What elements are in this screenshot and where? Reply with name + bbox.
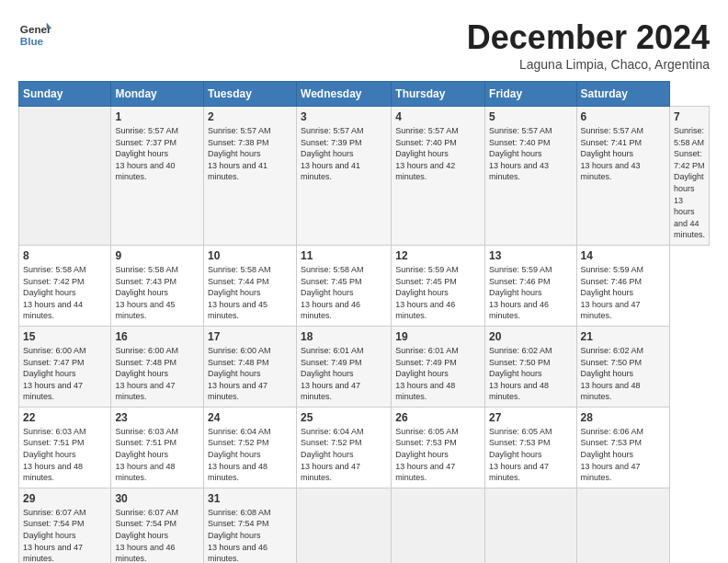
day-info: Sunrise: 6:03 AM Sunset: 7:51 PM Dayligh… xyxy=(115,426,199,484)
calendar-cell: 30 Sunrise: 6:07 AM Sunset: 7:54 PM Dayl… xyxy=(111,488,204,563)
day-number: 11 xyxy=(301,249,387,262)
calendar-cell: 20 Sunrise: 6:02 AM Sunset: 7:50 PM Dayl… xyxy=(485,326,576,407)
calendar-cell: 22 Sunrise: 6:03 AM Sunset: 7:51 PM Dayl… xyxy=(19,407,111,488)
day-info: Sunrise: 6:00 AM Sunset: 7:48 PM Dayligh… xyxy=(208,345,292,403)
day-number: 20 xyxy=(489,330,572,343)
day-number: 29 xyxy=(23,492,107,505)
day-number: 2 xyxy=(208,110,292,123)
day-number: 7 xyxy=(674,110,705,123)
day-info: Sunrise: 5:59 AM Sunset: 7:46 PM Dayligh… xyxy=(581,264,665,322)
day-number: 28 xyxy=(581,411,665,424)
day-number: 14 xyxy=(581,249,665,262)
col-thursday: Thursday xyxy=(392,82,485,107)
day-info: Sunrise: 6:00 AM Sunset: 7:47 PM Dayligh… xyxy=(23,345,107,403)
day-number: 9 xyxy=(115,249,199,262)
calendar-cell: 15 Sunrise: 6:00 AM Sunset: 7:47 PM Dayl… xyxy=(19,326,111,407)
calendar-week-1: 8 Sunrise: 5:58 AM Sunset: 7:42 PM Dayli… xyxy=(19,245,710,326)
day-info: Sunrise: 5:58 AM Sunset: 7:42 PM Dayligh… xyxy=(674,125,705,241)
col-friday: Friday xyxy=(485,82,576,107)
day-info: Sunrise: 6:04 AM Sunset: 7:52 PM Dayligh… xyxy=(208,426,292,484)
svg-text:Blue: Blue xyxy=(20,35,44,47)
day-number: 24 xyxy=(208,411,292,424)
calendar-cell: 24 Sunrise: 6:04 AM Sunset: 7:52 PM Dayl… xyxy=(204,407,297,488)
calendar-cell: 27 Sunrise: 6:05 AM Sunset: 7:53 PM Dayl… xyxy=(485,407,576,488)
calendar-cell xyxy=(19,107,111,246)
day-info: Sunrise: 6:04 AM Sunset: 7:52 PM Dayligh… xyxy=(301,426,387,484)
col-saturday: Saturday xyxy=(576,82,669,107)
calendar-cell: 14 Sunrise: 5:59 AM Sunset: 7:46 PM Dayl… xyxy=(576,245,669,326)
day-info: Sunrise: 5:57 AM Sunset: 7:40 PM Dayligh… xyxy=(489,125,572,183)
day-number: 22 xyxy=(23,411,107,424)
day-number: 17 xyxy=(208,330,292,343)
day-info: Sunrise: 6:00 AM Sunset: 7:48 PM Dayligh… xyxy=(115,345,199,403)
calendar-week-4: 29 Sunrise: 6:07 AM Sunset: 7:54 PM Dayl… xyxy=(19,488,710,563)
calendar-cell: 23 Sunrise: 6:03 AM Sunset: 7:51 PM Dayl… xyxy=(111,407,204,488)
day-number: 21 xyxy=(581,330,665,343)
col-monday: Monday xyxy=(111,82,204,107)
day-info: Sunrise: 6:07 AM Sunset: 7:54 PM Dayligh… xyxy=(23,507,107,563)
day-number: 18 xyxy=(301,330,387,343)
calendar-cell: 5 Sunrise: 5:57 AM Sunset: 7:40 PM Dayli… xyxy=(485,107,576,246)
calendar-cell: 31 Sunrise: 6:08 AM Sunset: 7:54 PM Dayl… xyxy=(204,488,297,563)
day-info: Sunrise: 6:05 AM Sunset: 7:53 PM Dayligh… xyxy=(489,426,572,484)
day-info: Sunrise: 5:59 AM Sunset: 7:46 PM Dayligh… xyxy=(489,264,572,322)
col-sunday: Sunday xyxy=(19,82,111,107)
calendar-cell: 18 Sunrise: 6:01 AM Sunset: 7:49 PM Dayl… xyxy=(297,326,392,407)
day-number: 3 xyxy=(301,110,387,123)
calendar-cell: 3 Sunrise: 5:57 AM Sunset: 7:39 PM Dayli… xyxy=(297,107,392,246)
calendar-cell: 13 Sunrise: 5:59 AM Sunset: 7:46 PM Dayl… xyxy=(485,245,576,326)
calendar-cell: 28 Sunrise: 6:06 AM Sunset: 7:53 PM Dayl… xyxy=(576,407,669,488)
calendar-cell xyxy=(297,488,392,563)
day-info: Sunrise: 6:05 AM Sunset: 7:53 PM Dayligh… xyxy=(395,426,481,484)
day-number: 27 xyxy=(489,411,572,424)
day-number: 30 xyxy=(115,492,199,505)
calendar-cell xyxy=(576,488,669,563)
calendar-cell: 29 Sunrise: 6:07 AM Sunset: 7:54 PM Dayl… xyxy=(19,488,111,563)
calendar-cell: 21 Sunrise: 6:02 AM Sunset: 7:50 PM Dayl… xyxy=(576,326,669,407)
day-info: Sunrise: 5:57 AM Sunset: 7:40 PM Dayligh… xyxy=(395,125,481,183)
day-info: Sunrise: 5:58 AM Sunset: 7:44 PM Dayligh… xyxy=(208,264,292,322)
calendar-week-3: 22 Sunrise: 6:03 AM Sunset: 7:51 PM Dayl… xyxy=(19,407,710,488)
day-number: 31 xyxy=(208,492,292,505)
col-wednesday: Wednesday xyxy=(297,82,392,107)
day-info: Sunrise: 5:58 AM Sunset: 7:42 PM Dayligh… xyxy=(23,264,107,322)
day-info: Sunrise: 6:01 AM Sunset: 7:49 PM Dayligh… xyxy=(395,345,481,403)
location-title: Laguna Limpia, Chaco, Argentina xyxy=(467,57,710,72)
col-tuesday: Tuesday xyxy=(204,82,297,107)
day-info: Sunrise: 5:57 AM Sunset: 7:38 PM Dayligh… xyxy=(208,125,292,183)
day-number: 23 xyxy=(115,411,199,424)
calendar-cell: 17 Sunrise: 6:00 AM Sunset: 7:48 PM Dayl… xyxy=(204,326,297,407)
calendar-cell: 8 Sunrise: 5:58 AM Sunset: 7:42 PM Dayli… xyxy=(19,245,111,326)
calendar-cell xyxy=(485,488,576,563)
calendar-cell: 1 Sunrise: 5:57 AM Sunset: 7:37 PM Dayli… xyxy=(111,107,204,246)
header-row: Sunday Monday Tuesday Wednesday Thursday… xyxy=(19,82,710,107)
header: General Blue December 2024 Laguna Limpia… xyxy=(18,18,710,72)
day-info: Sunrise: 6:02 AM Sunset: 7:50 PM Dayligh… xyxy=(489,345,572,403)
calendar-cell: 26 Sunrise: 6:05 AM Sunset: 7:53 PM Dayl… xyxy=(392,407,485,488)
day-info: Sunrise: 6:03 AM Sunset: 7:51 PM Dayligh… xyxy=(23,426,107,484)
day-number: 6 xyxy=(581,110,665,123)
day-number: 19 xyxy=(395,330,481,343)
calendar-cell: 19 Sunrise: 6:01 AM Sunset: 7:49 PM Dayl… xyxy=(392,326,485,407)
day-number: 12 xyxy=(395,249,481,262)
calendar-cell: 6 Sunrise: 5:57 AM Sunset: 7:41 PM Dayli… xyxy=(576,107,669,246)
day-info: Sunrise: 6:06 AM Sunset: 7:53 PM Dayligh… xyxy=(581,426,665,484)
day-number: 26 xyxy=(395,411,481,424)
calendar-cell: 11 Sunrise: 5:58 AM Sunset: 7:45 PM Dayl… xyxy=(297,245,392,326)
day-number: 13 xyxy=(489,249,572,262)
calendar-cell: 16 Sunrise: 6:00 AM Sunset: 7:48 PM Dayl… xyxy=(111,326,204,407)
logo-icon: General Blue xyxy=(18,18,51,52)
day-info: Sunrise: 6:01 AM Sunset: 7:49 PM Dayligh… xyxy=(301,345,387,403)
day-number: 25 xyxy=(301,411,387,424)
day-info: Sunrise: 5:57 AM Sunset: 7:39 PM Dayligh… xyxy=(301,125,387,183)
calendar-cell xyxy=(392,488,485,563)
day-number: 5 xyxy=(489,110,572,123)
title-area: December 2024 Laguna Limpia, Chaco, Arge… xyxy=(467,18,710,72)
day-number: 16 xyxy=(115,330,199,343)
day-info: Sunrise: 6:02 AM Sunset: 7:50 PM Dayligh… xyxy=(581,345,665,403)
day-info: Sunrise: 5:58 AM Sunset: 7:43 PM Dayligh… xyxy=(115,264,199,322)
calendar-week-2: 15 Sunrise: 6:00 AM Sunset: 7:47 PM Dayl… xyxy=(19,326,710,407)
calendar-cell: 4 Sunrise: 5:57 AM Sunset: 7:40 PM Dayli… xyxy=(392,107,485,246)
day-info: Sunrise: 5:58 AM Sunset: 7:45 PM Dayligh… xyxy=(301,264,387,322)
calendar-cell: 2 Sunrise: 5:57 AM Sunset: 7:38 PM Dayli… xyxy=(204,107,297,246)
